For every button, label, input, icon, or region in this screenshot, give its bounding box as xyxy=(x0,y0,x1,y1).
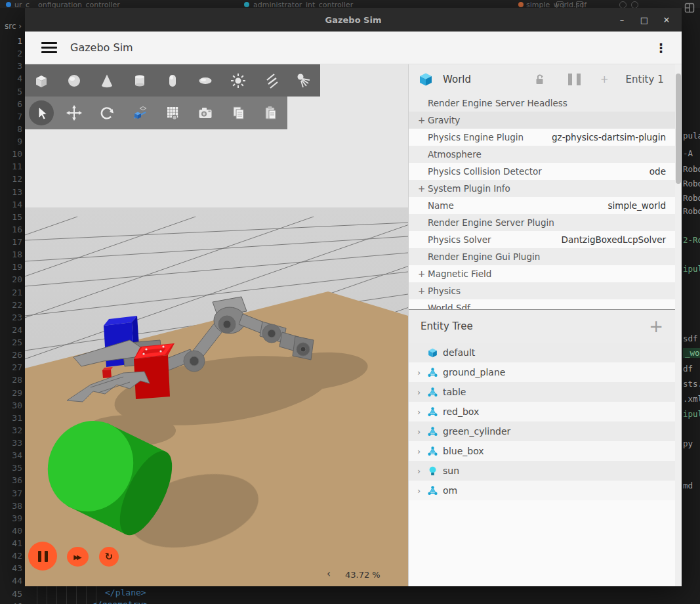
window-title: Gazebo Sim xyxy=(325,15,382,25)
explorer-item[interactable]: Robot xyxy=(683,206,700,216)
editor-action-icon[interactable] xyxy=(619,1,627,8)
viewport-3d[interactable]: ▶▶ ↻ ‹ 43.72 % xyxy=(25,64,408,586)
inspector-row[interactable]: Namesimple_world xyxy=(409,197,675,214)
inspector-row[interactable]: Physics Engine Plugingz-physics-dartsim-… xyxy=(409,129,675,146)
explorer-item[interactable]: Robot xyxy=(683,179,700,188)
model-icon xyxy=(427,367,438,378)
explorer-item[interactable]: ipula xyxy=(683,409,700,419)
tree-item-ground-plane[interactable]: › ground_plane xyxy=(409,362,675,382)
video-record-button[interactable] xyxy=(156,97,189,129)
inspector-add-icon[interactable]: + xyxy=(600,74,609,85)
app-title: Gazebo Sim xyxy=(70,41,133,54)
camera-icon xyxy=(196,104,215,122)
unlock-icon[interactable] xyxy=(534,74,546,85)
tree-item-table[interactable]: › table xyxy=(409,382,675,402)
editor-action-icon[interactable] xyxy=(576,1,583,8)
copy-icon xyxy=(229,104,247,122)
tab-label[interactable]: ur_c xyxy=(14,1,30,8)
inspector-row[interactable]: Physics Collision Detectorode xyxy=(409,163,675,180)
copy-button[interactable] xyxy=(222,97,255,129)
split-editor-icon[interactable] xyxy=(684,3,695,14)
window-controls: – □ ✕ xyxy=(611,8,678,32)
shapes-toolbar xyxy=(25,64,320,97)
close-button[interactable]: ✕ xyxy=(655,11,678,29)
explorer-item[interactable]: py xyxy=(683,439,693,448)
red-box[interactable] xyxy=(134,343,175,399)
point-light-button[interactable] xyxy=(222,64,255,97)
screenshot-button[interactable] xyxy=(189,97,222,129)
explorer-item[interactable]: sdf xyxy=(683,334,698,343)
reset-button[interactable]: ↻ xyxy=(99,547,119,567)
inspector-row[interactable]: Physics SolverDantzigBoxedLcpSolver xyxy=(409,231,675,248)
translate-icon xyxy=(65,104,83,122)
sphere-button[interactable] xyxy=(58,64,91,97)
entity-tree-add-icon[interactable]: + xyxy=(649,320,663,333)
stats-collapse-chevron[interactable]: ‹ xyxy=(327,568,331,580)
explorer-item[interactable]: df xyxy=(683,364,693,374)
minimize-button[interactable]: – xyxy=(611,11,633,29)
inspector-row[interactable]: World Sdf xyxy=(409,299,675,310)
inspector-row[interactable]: +Magnetic Field xyxy=(409,265,675,282)
model-icon xyxy=(427,387,438,398)
tree-item-green-cylinder[interactable]: › green_cylinder xyxy=(409,421,675,441)
align-tool-button[interactable] xyxy=(123,97,156,129)
right-panel: World + Entity 1 Render Engine Server He… xyxy=(408,64,675,586)
capsule-button[interactable] xyxy=(156,64,189,97)
inspector-row[interactable]: +System Plugin Info xyxy=(409,180,675,197)
inspector-row[interactable]: +Gravity xyxy=(409,112,675,129)
breadcrumb[interactable]: src › xyxy=(5,22,22,31)
inspector-row[interactable]: +Physics xyxy=(409,282,675,299)
panel-scrollbar-thumb[interactable] xyxy=(676,74,681,184)
explorer-item[interactable]: .xml xyxy=(683,394,700,404)
inspector-row[interactable]: Render Engine Gui Plugin xyxy=(409,248,675,265)
explorer-item[interactable]: sts.tx xyxy=(683,379,700,389)
step-button[interactable]: ▶▶ xyxy=(67,547,89,567)
box-button[interactable] xyxy=(25,64,58,97)
inspector-pause-icon[interactable] xyxy=(568,74,581,85)
model-icon xyxy=(427,426,438,437)
rotate-tool-button[interactable] xyxy=(91,97,123,129)
cylinder-button[interactable] xyxy=(123,64,156,97)
explorer-item[interactable]: md xyxy=(683,481,693,490)
explorer-item[interactable]: ipula xyxy=(683,264,700,274)
tab-label[interactable]: onfiguration_controller xyxy=(38,1,120,8)
tree-item-om[interactable]: › om xyxy=(409,481,675,500)
editor-action-icon[interactable] xyxy=(631,1,638,8)
cone-button[interactable] xyxy=(91,64,123,97)
ellipsoid-button[interactable] xyxy=(189,64,222,97)
editor-action-icon[interactable] xyxy=(556,1,564,8)
entity-tree-header: Entity Tree + xyxy=(409,310,675,343)
directional-light-button[interactable] xyxy=(255,64,287,97)
explorer-item-selected[interactable]: _worl xyxy=(683,348,700,358)
code-line[interactable]: </geometry> xyxy=(92,599,148,604)
inspector-row[interactable]: Render Engine Server Headless xyxy=(409,95,675,112)
kebab-menu-icon[interactable]: ⋮ xyxy=(655,41,667,55)
inspector-row[interactable]: Atmosphere xyxy=(409,146,675,163)
viewport-3d-scene[interactable] xyxy=(25,64,408,586)
explorer-item[interactable]: Robot xyxy=(683,193,700,203)
explorer-item[interactable]: Robot xyxy=(683,164,700,174)
code-line[interactable]: </plane> xyxy=(105,588,146,597)
maximize-button[interactable]: □ xyxy=(633,11,655,29)
tree-item-default[interactable]: default xyxy=(409,343,675,362)
explorer-item[interactable]: 2-Rob xyxy=(683,235,700,245)
tree-item-red-box[interactable]: › red_box xyxy=(409,402,675,421)
paste-button[interactable] xyxy=(255,97,287,129)
explorer-item[interactable]: pulat xyxy=(683,131,700,140)
translate-tool-button[interactable] xyxy=(58,97,91,129)
tree-item-blue-box[interactable]: › blue_box xyxy=(409,441,675,461)
pause-button[interactable] xyxy=(28,542,57,571)
video-record-icon xyxy=(163,104,182,122)
window-titlebar[interactable]: Gazebo Sim – □ ✕ xyxy=(25,8,682,32)
spot-light-button[interactable] xyxy=(287,64,320,97)
light-bulb-icon xyxy=(427,465,438,477)
tab-label[interactable]: administrator_int_controller xyxy=(253,1,353,8)
panel-scrollbar[interactable] xyxy=(675,64,682,586)
select-tool-button[interactable] xyxy=(25,97,58,129)
tab-file-icon xyxy=(6,2,11,7)
tree-item-sun[interactable]: › sun xyxy=(409,461,675,481)
inspector-row[interactable]: Render Engine Server Plugin xyxy=(409,214,675,231)
point-light-icon xyxy=(229,72,247,90)
hamburger-menu-icon[interactable] xyxy=(41,42,57,53)
explorer-item[interactable]: -A xyxy=(683,148,693,158)
